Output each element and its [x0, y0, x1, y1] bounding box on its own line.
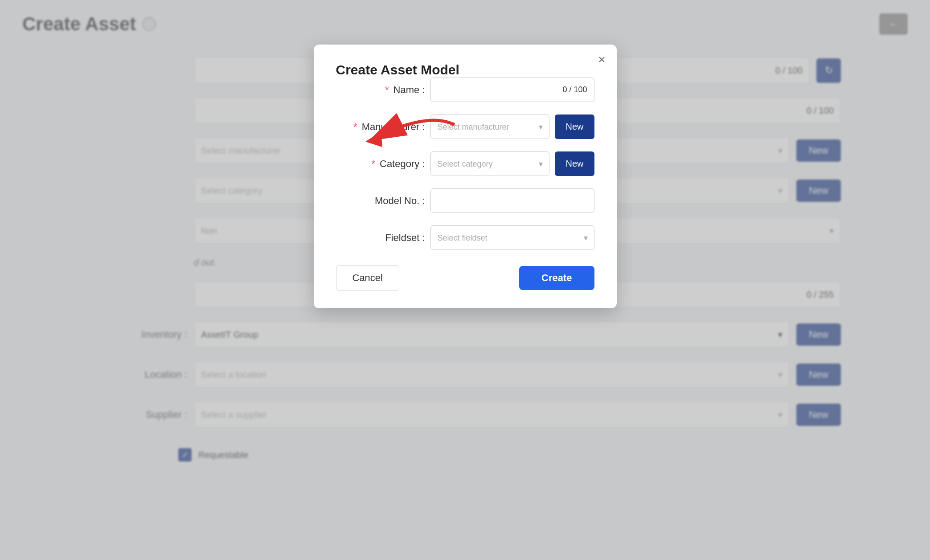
- modal-model-no-label: Model No. :: [336, 195, 425, 207]
- name-char-count: 0 / 100: [562, 85, 587, 94]
- modal-category-row: * Category : Select category ▾ New: [336, 151, 594, 176]
- fieldset-select[interactable]: Select fieldset: [430, 225, 594, 250]
- model-no-input[interactable]: [430, 188, 594, 213]
- category-required-star: *: [371, 158, 375, 169]
- modal-fieldset-label: Fieldset :: [336, 232, 425, 244]
- manufacturer-select-wrapper: Select manufacturer ▾: [430, 114, 550, 139]
- modal-close-button[interactable]: ×: [598, 53, 605, 66]
- category-select-wrapper: Select category ▾: [430, 151, 550, 176]
- modal-name-input[interactable]: 0 / 100: [430, 78, 594, 102]
- modal-fieldset-row: Fieldset : Select fieldset ▾: [336, 225, 594, 250]
- modal-category-label: * Category :: [336, 158, 425, 170]
- manufacturer-new-button[interactable]: New: [555, 114, 594, 139]
- name-required-star: *: [385, 84, 389, 95]
- modal-overlay: Create Asset Model × * Name : 0 / 100 * …: [0, 0, 930, 560]
- manufacturer-required-star: *: [353, 121, 357, 132]
- cancel-button[interactable]: Cancel: [336, 266, 399, 290]
- create-asset-model-modal: Create Asset Model × * Name : 0 / 100 * …: [314, 45, 617, 308]
- category-select[interactable]: Select category: [430, 151, 550, 176]
- manufacturer-select[interactable]: Select manufacturer: [430, 114, 550, 139]
- create-button[interactable]: Create: [519, 266, 594, 290]
- fieldset-select-wrapper: Select fieldset ▾: [430, 225, 594, 250]
- modal-title: Create Asset Model: [336, 62, 459, 77]
- modal-manufacturer-label: * Manufacturer :: [336, 121, 425, 133]
- category-new-button[interactable]: New: [555, 151, 594, 176]
- modal-model-no-row: Model No. :: [336, 188, 594, 213]
- modal-name-label: * Name :: [336, 84, 425, 96]
- modal-footer: Cancel Create: [336, 266, 594, 290]
- modal-name-row: * Name : 0 / 100: [336, 78, 594, 102]
- modal-manufacturer-row: * Manufacturer : Select manufacturer ▾ N…: [336, 114, 594, 139]
